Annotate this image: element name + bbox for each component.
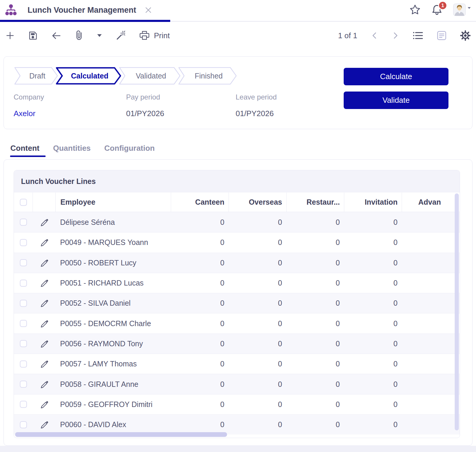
invitation-value: 0 [344,415,402,435]
edit-pencil-icon[interactable] [39,339,49,348]
col-canteen[interactable]: Canteen [171,193,229,212]
canteen-value: 0 [171,374,229,394]
company-label: Company [14,93,126,101]
employee-name: P0049 - MARQUES Yoann [60,238,148,247]
edit-pencil-icon[interactable] [39,359,49,368]
invitation-value: 0 [344,273,402,293]
col-advance[interactable]: Advan [402,193,460,212]
advance-value [402,253,460,273]
table-row[interactable]: P0055 - DEMOCRM Charle 0 0 0 0 [14,313,460,333]
advance-value [402,212,460,232]
invitation-value: 0 [344,293,402,313]
table-row[interactable]: P0060 - DAVID Alex 0 0 0 0 [14,414,460,435]
col-restaurant[interactable]: Restaur... [286,193,344,212]
row-checkbox[interactable] [20,320,27,327]
row-checkbox[interactable] [20,421,27,428]
calculate-button[interactable]: Calculate [344,68,448,85]
page-background-strip [0,446,476,452]
table-row[interactable]: Délipese Séréna 0 0 0 0 [14,212,460,232]
edit-pencil-icon[interactable] [39,299,49,308]
active-tab-underline [0,20,170,22]
table-row[interactable]: P0050 - ROBERT Lucy 0 0 0 0 [14,253,460,273]
avatar [453,4,466,16]
canteen-value: 0 [171,212,229,232]
step-validated: Validated [118,67,181,85]
table-body: Délipese Séréna 0 0 0 0 P0049 - MARQUES … [14,212,460,435]
invitation-value: 0 [344,334,402,354]
table-row[interactable]: P0057 - LAMY Thomas 0 0 0 0 [14,354,460,374]
select-all-checkbox[interactable] [20,199,27,206]
canteen-value: 0 [171,273,229,293]
next-record-button[interactable] [392,31,399,40]
employee-name: P0055 - DEMOCRM Charle [60,319,151,328]
form-view-button[interactable] [437,31,447,41]
validate-button[interactable]: Validate [344,92,448,109]
edit-pencil-icon[interactable] [39,319,49,328]
edit-pencil-icon[interactable] [39,380,49,389]
save-button[interactable] [28,31,38,41]
vertical-scrollbar[interactable] [455,193,459,430]
lunch-voucher-lines-card: Lunch Voucher Lines Employee Canteen Ove… [14,170,460,438]
prev-record-button[interactable] [371,31,378,40]
printer-icon [139,30,150,41]
edit-pencil-icon[interactable] [39,218,49,227]
table-row[interactable]: P0052 - SILVA Daniel 0 0 0 0 [14,293,460,313]
settings-gear-button[interactable] [460,30,471,41]
col-overseas[interactable]: Overseas [229,193,286,212]
row-checkbox[interactable] [20,259,27,266]
advance-value [402,374,460,394]
tab-configuration[interactable]: Configuration [104,144,155,156]
overseas-value: 0 [229,273,286,293]
page-title: Lunch Voucher Management [28,6,136,15]
edit-pencil-icon[interactable] [39,400,49,409]
tab-content[interactable]: Content [10,144,39,156]
canteen-value: 0 [171,395,229,414]
active-view-tab[interactable]: Lunch Voucher Management [0,0,476,20]
advance-value [402,293,460,313]
print-button[interactable]: Print [139,30,170,41]
row-checkbox[interactable] [20,381,27,388]
row-checkbox[interactable] [20,239,27,246]
user-menu[interactable] [453,4,471,16]
row-checkbox[interactable] [20,300,27,307]
col-invitation[interactable]: Invitation [344,193,402,212]
close-tab-icon[interactable] [144,6,152,14]
row-checkbox[interactable] [20,219,27,226]
new-record-button[interactable] [5,31,15,40]
row-checkbox[interactable] [20,340,27,347]
more-actions-caret[interactable] [97,34,102,37]
table-row[interactable]: P0049 - MARQUES Yoann 0 0 0 0 [14,232,460,252]
restaurant-value: 0 [286,334,344,354]
overseas-value: 0 [229,395,286,414]
restaurant-value: 0 [286,354,344,374]
row-checkbox[interactable] [20,280,27,287]
col-employee[interactable]: Employee [55,193,171,212]
print-label: Print [154,31,170,40]
attachment-button[interactable] [75,30,84,41]
row-checkbox[interactable] [20,401,27,408]
tab-quantities[interactable]: Quantities [53,144,91,156]
edit-pencil-icon[interactable] [39,420,49,429]
favorite-star-icon[interactable] [409,4,421,15]
edit-pencil-icon[interactable] [39,258,49,267]
table-row[interactable]: P0056 - RAYMOND Tony 0 0 0 0 [14,334,460,354]
restaurant-value: 0 [286,233,344,252]
wizard-wand-button[interactable] [115,31,126,41]
table-row[interactable]: P0059 - GEOFFROY Dimitri 0 0 0 0 [14,394,460,414]
pay-period-value: 01/PY2026 [126,109,236,118]
overseas-value: 0 [229,334,286,354]
edit-pencil-icon[interactable] [39,238,49,247]
row-checkbox[interactable] [20,360,27,368]
advance-value [402,395,460,414]
company-value-link[interactable]: Axelor [14,109,126,118]
table-row[interactable]: P0051 - RICHARD Lucas 0 0 0 0 [14,273,460,293]
user-menu-caret-icon [468,7,471,9]
edit-pencil-icon[interactable] [39,278,49,288]
overseas-value: 0 [229,354,286,374]
table-row[interactable]: P0058 - GIRAULT Anne 0 0 0 0 [14,374,460,394]
grid-view-button[interactable] [413,31,423,40]
notifications-bell[interactable]: 1 [432,4,442,16]
back-button[interactable] [51,30,62,41]
horizontal-scrollbar[interactable] [15,432,227,437]
invitation-value: 0 [344,212,402,232]
